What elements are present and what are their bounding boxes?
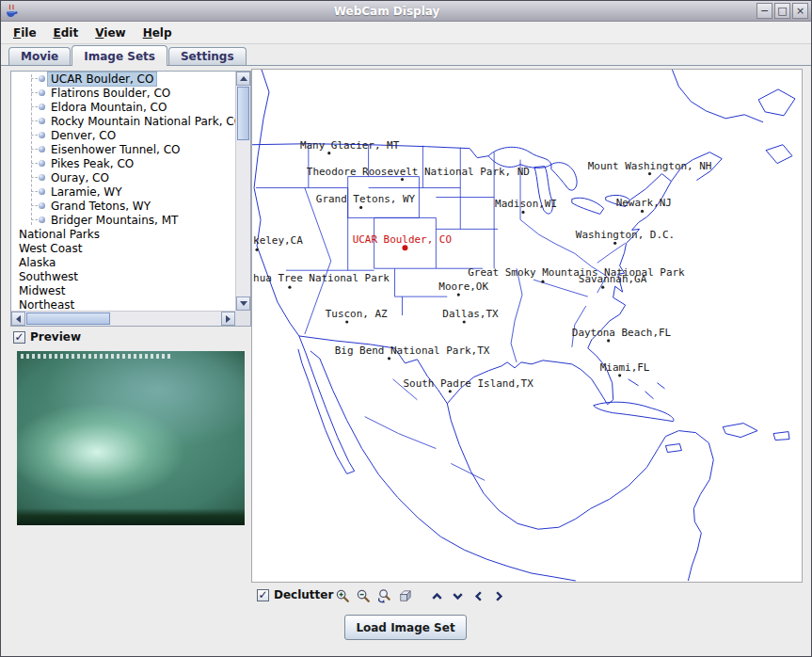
tree-horizontal-scrollbar[interactable]	[11, 311, 235, 326]
map-marker	[648, 172, 651, 175]
map-toolbar	[333, 585, 510, 607]
tree-item-label: Ouray, CO	[48, 171, 112, 184]
zoom-previous-button[interactable]	[375, 586, 394, 605]
scrollbar-corner	[235, 311, 250, 326]
map-label: Mount Washington, NH	[588, 160, 712, 172]
menu-file[interactable]: File	[5, 24, 45, 42]
tree-leaf-icon	[39, 216, 45, 223]
webcam-preview-image	[17, 351, 245, 525]
tree-item-label: Southwest	[16, 270, 81, 283]
tree-item-label: Eldora Mountain, CO	[48, 101, 169, 114]
declutter-checkbox-box: ✓	[257, 589, 269, 601]
tab-image-sets[interactable]: Image Sets	[72, 45, 167, 66]
title-bar[interactable]: WebCam Display −□×	[1, 1, 811, 22]
map-label: Newark,NJ	[616, 197, 672, 209]
close-button[interactable]: ×	[792, 3, 808, 19]
preview-checkbox-box: ✓	[13, 331, 25, 344]
map-marker	[601, 286, 604, 289]
map-label: Washington, D.C.	[576, 229, 675, 241]
tree-item-eldora-mountain-co[interactable]: Eldora Mountain, CO	[11, 100, 235, 114]
scroll-up-button[interactable]	[236, 72, 250, 86]
zoom-in-button[interactable]	[334, 586, 353, 605]
tree-item-pikes-peak-co[interactable]: Pikes Peak, CO	[11, 156, 235, 170]
map-marker	[607, 339, 610, 342]
tree-leaf-icon	[39, 89, 45, 96]
tree-leaf-icon	[39, 75, 45, 82]
java-cup-icon	[4, 4, 19, 19]
tree-item-label: UCAR Boulder, CO	[48, 72, 156, 86]
tree-item-label: Bridger Mountains, MT	[48, 214, 181, 227]
zoom-out-button[interactable]	[355, 586, 374, 605]
tree-item-rocky-mountain-national-park-co[interactable]: Rocky Mountain National Park, CO	[11, 114, 235, 128]
load-image-set-button[interactable]: Load Image Set	[344, 615, 467, 640]
pan-down-button[interactable]	[449, 586, 468, 605]
arrow-right-icon	[226, 315, 231, 323]
tree-item-label: Alaska	[16, 256, 58, 269]
tree-leaf-icon	[39, 118, 45, 124]
map-svg: Many Glacier, MTTheodore Roosevelt Natio…	[252, 70, 802, 582]
tab-settings[interactable]: Settings	[168, 47, 247, 65]
tree-item-northeast[interactable]: Northeast	[11, 297, 235, 311]
menu-help[interactable]: Help	[135, 24, 181, 42]
pan-down-icon	[450, 588, 466, 604]
tree-item-eisenhower-tunnel-co[interactable]: Eisenhower Tunnel, CO	[11, 142, 235, 156]
map-label: Many Glacier, MT	[300, 139, 400, 152]
maximize-button[interactable]: □	[774, 3, 790, 19]
tree-item-ouray-co[interactable]: Ouray, CO	[11, 170, 235, 184]
horizontal-scroll-thumb[interactable]	[26, 312, 110, 325]
tree-item-flatirons-boulder-co[interactable]: Flatirons Boulder, CO	[11, 86, 235, 100]
reset-view-button[interactable]	[396, 586, 415, 605]
map-marker	[521, 211, 524, 214]
map-label: Tuscon, AZ	[326, 308, 388, 320]
map-marker	[288, 286, 291, 289]
arrow-left-icon	[16, 315, 21, 323]
scroll-right-button[interactable]	[221, 312, 235, 326]
vertical-scroll-thumb[interactable]	[237, 87, 249, 140]
map-state-borders	[256, 144, 626, 481]
map-labels: Many Glacier, MTTheodore Roosevelt Natio…	[253, 139, 711, 393]
map-marker	[255, 248, 258, 251]
tree-item-alaska[interactable]: Alaska	[11, 255, 235, 269]
tree-item-ucar-boulder-co[interactable]: UCAR Boulder, CO	[11, 72, 235, 86]
tree-item-west-coast[interactable]: West Coast	[11, 241, 235, 255]
map-marker	[457, 294, 460, 296]
map-marker	[327, 152, 330, 154]
tree-vertical-scrollbar[interactable]	[235, 72, 250, 311]
map-marker	[463, 320, 466, 323]
tree-item-laramie-wy[interactable]: Laramie, WY	[11, 184, 235, 199]
tree-item-denver-co[interactable]: Denver, CO	[11, 128, 235, 142]
minimize-button[interactable]: −	[756, 3, 772, 19]
window-title: WebCam Display	[19, 5, 755, 18]
tree-viewport[interactable]: UCAR Boulder, COFlatirons Boulder, COEld…	[11, 72, 235, 311]
arrow-up-icon	[240, 76, 247, 81]
tab-movie[interactable]: Movie	[8, 47, 71, 65]
reset-view-icon	[397, 588, 413, 604]
zoom-out-icon	[356, 588, 372, 604]
preview-checkbox[interactable]: ✓ Preview	[13, 330, 81, 344]
tree-item-midwest[interactable]: Midwest	[11, 283, 235, 297]
scroll-left-button[interactable]	[11, 312, 25, 326]
tree-item-label: Grand Tetons, WY	[48, 200, 153, 213]
tree-item-label: Flatirons Boulder, CO	[48, 87, 173, 100]
map-marker	[388, 357, 390, 360]
tree-item-grand-tetons-wy[interactable]: Grand Tetons, WY	[11, 199, 235, 213]
map-label: Big Bend National Park,TX	[335, 345, 490, 357]
pan-right-icon	[491, 588, 507, 604]
pan-up-icon	[429, 588, 445, 604]
scroll-down-button[interactable]	[236, 296, 250, 311]
tree-item-national-parks[interactable]: National Parks	[11, 227, 235, 241]
tree-leaf-icon	[39, 160, 45, 167]
map-marker	[613, 242, 616, 245]
menu-view[interactable]: View	[87, 24, 134, 42]
pan-right-button[interactable]	[490, 586, 509, 605]
tree-item-bridger-mountains-mt[interactable]: Bridger Mountains, MT	[11, 213, 235, 227]
pan-left-button[interactable]	[470, 586, 488, 605]
tree-leaf-icon	[39, 202, 45, 209]
declutter-checkbox[interactable]: ✓ Declutter	[257, 588, 333, 601]
pan-up-button[interactable]	[428, 586, 447, 605]
tree-item-southwest[interactable]: Southwest	[11, 269, 235, 283]
toolbar-separator	[416, 596, 427, 597]
menu-edit[interactable]: Edit	[45, 24, 88, 42]
map-panel[interactable]: Many Glacier, MTTheodore Roosevelt Natio…	[251, 69, 803, 583]
map-label: Grand Tetons, WY	[316, 193, 416, 205]
